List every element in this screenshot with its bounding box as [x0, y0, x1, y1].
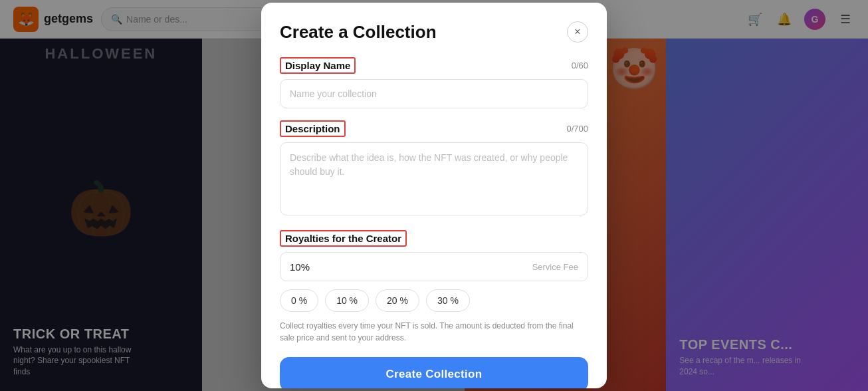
royalty-service-fee-label: Service Fee [532, 262, 578, 272]
description-label: Description [280, 120, 346, 137]
display-name-count: 0/60 [572, 61, 588, 70]
description-count: 0/700 [566, 124, 588, 134]
royalties-label: Royalties for the Creator [280, 230, 407, 247]
royalty-input-row: 10% Service Fee [280, 252, 588, 281]
royalty-20-button[interactable]: 20 % [376, 289, 419, 312]
royalties-header: Royalties for the Creator [280, 230, 588, 247]
royalty-note: Collect royalties every time your NFT is… [280, 320, 588, 344]
modal-header: Create a Collection × [280, 21, 588, 43]
description-input[interactable] [280, 142, 588, 215]
royalty-current-value: 10% [290, 261, 532, 273]
royalty-30-button[interactable]: 30 % [426, 289, 470, 312]
modal-close-button[interactable]: × [567, 21, 588, 43]
create-collection-button[interactable]: Create Collection [280, 357, 588, 388]
royalty-10-button[interactable]: 10 % [325, 289, 369, 312]
display-name-label: Display Name [280, 57, 356, 74]
royalty-options: 0 % 10 % 20 % 30 % [280, 289, 588, 312]
modal-backdrop: Create a Collection × Display Name 0/60 … [0, 0, 868, 391]
description-header: Description 0/700 [280, 120, 588, 137]
royalties-section: 10% Service Fee 0 % 10 % 20 % 30 % Colle… [280, 252, 588, 344]
modal-title: Create a Collection [280, 22, 437, 43]
display-name-input[interactable] [280, 79, 588, 108]
display-name-header: Display Name 0/60 [280, 57, 588, 74]
create-collection-modal: Create a Collection × Display Name 0/60 … [261, 3, 607, 388]
royalty-0-button[interactable]: 0 % [280, 289, 318, 312]
